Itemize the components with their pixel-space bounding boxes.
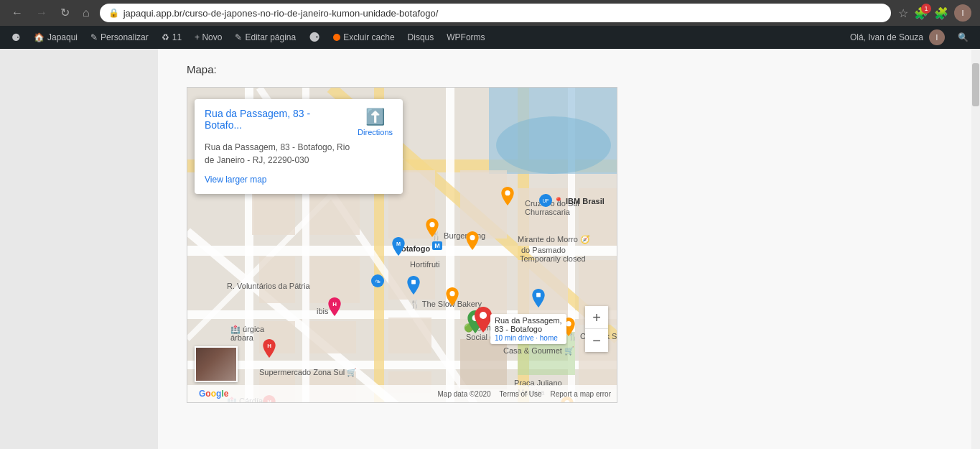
popup-address: Rua da Passagem, 83 - Botafogo, Rio de J… <box>205 141 393 167</box>
wp-bar-right: Olá, Ivan de Souza I 🔍 <box>844 26 974 49</box>
svg-point-17 <box>496 116 611 174</box>
address-line1: Rua da Passagem, 83 - Botafogo, Rio <box>205 142 350 152</box>
greeting-text: Olá, Ivan de Souza <box>850 32 923 42</box>
customize-label: Personalizar <box>101 32 149 42</box>
wp-search[interactable]: 🔍 <box>952 26 974 49</box>
svg-rect-22 <box>259 256 295 303</box>
directions-button[interactable]: ⬆️ Directions <box>358 108 393 136</box>
svg-point-46 <box>470 235 475 240</box>
map-thumbnail <box>195 346 238 382</box>
blue-marker-1: M <box>392 237 405 259</box>
orange-marker-5 <box>501 187 514 208</box>
wp-site-name[interactable]: 🏠 Japaqui <box>28 26 83 49</box>
scrollbar-thumb[interactable] <box>972 63 979 106</box>
main-marker-sublabel: 10 min drive · home <box>495 334 558 342</box>
puzzle-button[interactable]: 🧩 <box>934 6 948 20</box>
wp-edit-page[interactable]: ✎ Editar página <box>229 26 302 49</box>
directions-label: Directions <box>358 128 393 136</box>
browser-chrome: ← → ↻ ⌂ 🔒 japaqui.app.br/curso-de-japone… <box>0 0 980 26</box>
sidebar-left <box>0 49 158 449</box>
wp-greeting[interactable]: Olá, Ivan de Souza I <box>844 26 951 49</box>
wp-new[interactable]: + Novo <box>189 26 228 49</box>
wp-wpforms[interactable]: WPForms <box>441 26 490 49</box>
svg-point-47 <box>429 222 434 227</box>
svg-rect-9 <box>446 88 454 402</box>
view-larger-map-link[interactable]: View larger map <box>205 175 266 185</box>
site-name-label: Japaqui <box>47 32 78 42</box>
place-arbara: árbara <box>230 333 253 342</box>
main-marker-label: Rua da Passagem, 83 - Botafogo 10 min dr… <box>490 314 566 344</box>
scrollbar-track[interactable] <box>971 49 980 449</box>
refresh-button[interactable]: ↻ <box>57 4 73 22</box>
main-content: Mapa: <box>158 49 980 449</box>
place-ibm: 📍 IBM Brasil <box>554 197 605 206</box>
svg-point-48 <box>449 291 454 296</box>
address-line2: de Janeiro - RJ, 22290-030 <box>205 155 309 165</box>
report-link[interactable]: Report a map error <box>551 390 611 398</box>
place-hortifruti: Hortifruti <box>410 260 440 269</box>
svg-text:M: M <box>396 241 401 247</box>
customize-icon: ✎ <box>90 32 98 42</box>
place-voluntarios: R. Voluntários da Pátria <box>227 282 310 290</box>
pink-marker-ibis: H <box>328 297 341 319</box>
directions-icon: ⬆️ <box>365 108 385 126</box>
main-marker-text2: 83 - Botafogo <box>495 325 542 333</box>
red-h-marker-1: H <box>263 339 276 361</box>
place-casa-gourmet: Casa & Gourmet 🛒 <box>503 346 574 356</box>
wp-secondary-icon: ⚈ <box>309 29 320 45</box>
page-content: Mapa: <box>0 49 980 449</box>
forward-button[interactable]: → <box>33 4 50 22</box>
svg-rect-31 <box>460 339 507 389</box>
google-logo: Google <box>199 389 228 399</box>
updates-label: 11 <box>172 32 182 42</box>
wp-updates[interactable]: ♻ 11 <box>156 26 187 49</box>
main-marker-text1: Rua da Passagem, <box>495 316 562 325</box>
orange-marker-2 <box>426 218 439 240</box>
orange-dot-icon <box>333 34 340 41</box>
thumbnail-inner <box>196 348 236 381</box>
zoom-in-button[interactable]: + <box>585 306 608 329</box>
wp-excluir-cache[interactable]: Excluir cache <box>327 26 400 49</box>
back-button[interactable]: ← <box>9 4 26 22</box>
wp-logo-item[interactable]: ⚈ <box>6 26 27 49</box>
map-container[interactable]: Rua da Passagem, 83 - Botafo... ⬆️ Direc… <box>187 87 617 403</box>
main-marker: Rua da Passagem, 83 - Botafogo 10 min dr… <box>475 307 492 335</box>
lock-icon: 🔒 <box>108 8 119 18</box>
svg-text:🛍: 🛍 <box>375 279 381 284</box>
wp-admin-bar: ⚈ 🏠 Japaqui ✎ Personalizar ♻ 11 + Novo ✎… <box>0 26 980 49</box>
terms-link[interactable]: Terms of Use <box>500 390 542 398</box>
svg-rect-27 <box>460 170 507 239</box>
svg-point-50 <box>505 190 510 195</box>
browser-actions: ☆ 🧩 1 🧩 I <box>898 4 971 22</box>
svg-text:H: H <box>332 301 337 307</box>
popup-header: Rua da Passagem, 83 - Botafo... ⬆️ Direc… <box>205 108 393 136</box>
new-label: + Novo <box>195 32 222 42</box>
star-button[interactable]: ☆ <box>898 6 908 20</box>
edit-icon: ✎ <box>235 32 242 42</box>
svg-rect-55 <box>411 280 416 284</box>
avatar[interactable]: I <box>954 4 971 22</box>
wp-customize[interactable]: ✎ Personalizar <box>85 26 154 49</box>
place-temp-closed: Temporarily closed <box>520 254 586 263</box>
place-mirante: Mirante do Morro 🧭 <box>518 235 590 244</box>
orange-marker-3 <box>446 287 459 309</box>
home-button[interactable]: ⌂ <box>80 4 93 22</box>
svg-rect-54 <box>536 293 541 297</box>
address-bar[interactable]: 🔒 japaqui.app.br/curso-de-japones-no-rio… <box>100 4 891 22</box>
svg-rect-23 <box>309 256 360 303</box>
wp-disqus[interactable]: Disqus <box>402 26 440 49</box>
map-controls: + − <box>585 306 608 352</box>
map-footer: Google Map data ©2020 Terms of Use Repor… <box>187 385 617 402</box>
place-ibis: ibis <box>317 307 329 315</box>
url-text: japaqui.app.br/curso-de-japones-no-rio-d… <box>123 8 439 19</box>
zoom-out-button[interactable]: − <box>585 329 608 352</box>
disqus-label: Disqus <box>408 32 434 42</box>
popup-title: Rua da Passagem, 83 - Botafo... <box>205 108 349 131</box>
excluir-cache-label: Excluir cache <box>343 32 394 42</box>
svg-rect-25 <box>309 321 356 353</box>
extensions-badge: 1 <box>921 4 931 14</box>
updates-icon: ♻ <box>162 32 169 42</box>
blue-icon-2: 🛍 <box>371 274 384 290</box>
wp-icon2[interactable]: ⚈ <box>303 26 326 49</box>
main-marker-svg <box>475 307 492 333</box>
